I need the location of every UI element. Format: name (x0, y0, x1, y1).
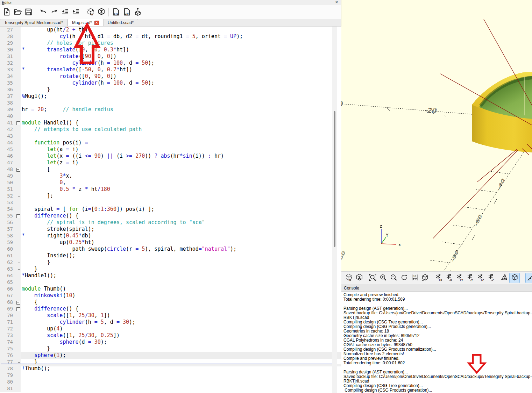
indent-button[interactable] (70, 7, 81, 18)
reset-view-button[interactable] (399, 273, 409, 283)
code-line-58[interactable]: 58* right(0.45*db) (0, 233, 341, 239)
code-line-56[interactable]: 56 // spiral is in degrees, scaled accor… (0, 219, 341, 226)
redo-button[interactable] (49, 7, 59, 18)
code-line-30[interactable]: 30* translate([0, 50, 0.3*ht]) (0, 47, 341, 53)
code-line-53[interactable]: 53 (0, 199, 341, 206)
fold-marker-icon[interactable] (16, 120, 21, 126)
zoom-in-button[interactable] (378, 273, 388, 283)
code-line-74[interactable]: 74 sphere(d = 30); (0, 339, 341, 345)
code-line-49[interactable]: 49 3*x, (0, 173, 341, 179)
code-line-81[interactable]: 81 (0, 385, 341, 392)
render-button[interactable] (96, 7, 107, 18)
code-line-38[interactable]: 38 (0, 100, 341, 106)
code-line-42[interactable]: 42 // attempts to use calculated path (0, 126, 341, 133)
code-line-36[interactable]: 36 } (0, 86, 341, 93)
perspective-button[interactable] (420, 273, 430, 283)
undo-button[interactable] (38, 7, 49, 18)
code-line-43[interactable]: 43 (0, 133, 341, 140)
export-dxf-button[interactable]: DXF (121, 7, 132, 18)
code-line-75[interactable]: 75 } (0, 345, 341, 352)
code-line-60[interactable]: 60 path_sweep(circle(r = 5), spiral, met… (0, 246, 341, 252)
preview-button[interactable]: » (343, 273, 354, 283)
code-line-67[interactable]: 67 minkowski(10) (0, 292, 341, 299)
fold-marker-icon[interactable] (16, 166, 21, 173)
save-file-button[interactable] (23, 7, 34, 18)
code-line-40[interactable]: 40 (0, 113, 341, 120)
code-line-51[interactable]: 51 0.5 * z * ht/180 (0, 186, 341, 193)
measure-button[interactable] (525, 273, 532, 283)
code-line-62[interactable]: 62 } (0, 259, 341, 266)
fold-marker-icon[interactable] (16, 306, 21, 312)
code-line-63[interactable]: 63 } (0, 266, 341, 272)
code-line-59[interactable]: 59 up(0.25*ht) (0, 239, 341, 246)
new-file-button[interactable] (1, 7, 12, 18)
code-line-33[interactable]: 33* translate([-50, 0, 0.7*ht]) (0, 66, 341, 73)
code-line-66[interactable]: 66module Thumb() (0, 286, 341, 292)
code-line-57[interactable]: 57 stroke(spiral); (0, 226, 341, 233)
editor-scrollbar[interactable] (332, 27, 337, 393)
code-line-34[interactable]: 34 rotate([0, 90, 0]) (0, 73, 341, 80)
code-line-44[interactable]: 44 function pos(i) = (0, 140, 341, 146)
code-line-50[interactable]: 50 0, (0, 179, 341, 186)
code-line-69[interactable]: 69 difference() { (0, 306, 341, 312)
code-line-47[interactable]: 47 let(z = i) (0, 159, 341, 166)
editor-scrollbar-thumb[interactable] (334, 111, 335, 247)
view-axis-minusx-button[interactable]: -X (444, 273, 454, 283)
export-stl-button[interactable]: STL (111, 7, 121, 18)
preview-button[interactable]: » (85, 7, 96, 18)
code-line-46[interactable]: 46 let(x = ((i <= 90) || (i >= 270)) ? a… (0, 153, 341, 159)
fold-marker-icon[interactable] (16, 299, 21, 306)
view-axis-plusy-button[interactable]: +Y (454, 273, 464, 283)
view-axis-plusx-button[interactable]: +X (433, 273, 444, 283)
view-axis-minusy-button[interactable]: -Y (464, 273, 475, 283)
code-line-61[interactable]: 61 Inside(); (0, 252, 341, 259)
surfaces-button[interactable] (509, 273, 520, 283)
code-line-41[interactable]: 41module Handle1() { (0, 120, 341, 126)
code-line-45[interactable]: 45 let(a = i) (0, 146, 341, 153)
fold-margin (16, 345, 21, 352)
code-line-39[interactable]: 39hr = 20; // handle radius (0, 106, 341, 113)
view-axis-minusz-button[interactable]: -Z (485, 273, 496, 283)
open-file-button[interactable] (12, 7, 23, 18)
console-log[interactable]: Compile and preview finished.Total rende… (341, 292, 532, 393)
code-line-48[interactable]: 48 [ (0, 166, 341, 173)
code-line-32[interactable]: 32 cylinder(h = 100, d = 50); (0, 60, 341, 66)
code-line-55[interactable]: 55 difference() { (0, 213, 341, 219)
code-line-65[interactable]: 65 (0, 279, 341, 286)
tab-untitled-scad-[interactable]: Untitled.scad* (104, 19, 138, 26)
code-line-52[interactable]: 52 ]; (0, 193, 341, 199)
code-line-35[interactable]: 35 cylinder(h = 100, d = 50); (0, 80, 341, 86)
code-editor[interactable]: 27 up(ht/2 + th)28 cyl(h = ht, d1 = db, … (0, 27, 341, 393)
line-number: 69 (0, 306, 16, 312)
unindent-button[interactable] (59, 7, 70, 18)
code-line-31[interactable]: 31 rotate([90, 0, 0]) (0, 53, 341, 60)
tab-mug-scad-[interactable]: Mug.scad*✕ (68, 19, 104, 26)
code-text: Inside(); (21, 252, 76, 259)
tab-tensegrity-spiral-medium-scad-[interactable]: Tensegrity Spiral Medium.scad* (0, 19, 68, 26)
view-axis-plusz-button[interactable]: +Z (475, 273, 485, 283)
code-line-27[interactable]: 27 up(ht/2 + th) (0, 27, 341, 33)
code-line-79[interactable]: 79 (0, 372, 341, 379)
code-line-73[interactable]: 73 scale([1, 25/30, 0.25]) (0, 332, 341, 339)
code-line-54[interactable]: 54 spiral = [ for (i=[0:1:360]) pos(i) ]… (0, 206, 341, 213)
code-line-68[interactable]: 68 { (0, 299, 341, 306)
zoom-out-button[interactable] (388, 273, 399, 283)
tab-close-icon[interactable]: ✕ (94, 21, 99, 25)
code-line-64[interactable]: 64*Handle1(); (0, 272, 341, 279)
fold-marker-icon[interactable] (16, 213, 21, 219)
wireframe-button[interactable] (499, 273, 509, 283)
editor-dock-close-button[interactable]: ✕ (335, 0, 338, 5)
print-3d-button[interactable] (132, 7, 143, 18)
render-button[interactable] (354, 273, 364, 283)
code-line-71[interactable]: 71 cylinder(h = 5, d = 30); (0, 319, 341, 326)
view-distance-10-button[interactable]: 10 (409, 273, 420, 283)
code-line-29[interactable]: 29 // holes for pictures (0, 40, 341, 47)
code-line-80[interactable]: 80 (0, 379, 341, 385)
code-line-70[interactable]: 70 scale([1, 25/30, 1]) (0, 312, 341, 319)
code-line-72[interactable]: 72 up(4) (0, 326, 341, 332)
code-line-76[interactable]: 76 sphere(1); (0, 352, 341, 359)
code-line-28[interactable]: 28 cyl(h = ht, d1 = db, d2 = dt, roundin… (0, 33, 341, 40)
3d-viewport[interactable]: 0 -20 (341, 0, 532, 271)
code-line-37[interactable]: 37%Mug1(); (0, 93, 341, 100)
zoom-all-button[interactable] (367, 273, 378, 283)
